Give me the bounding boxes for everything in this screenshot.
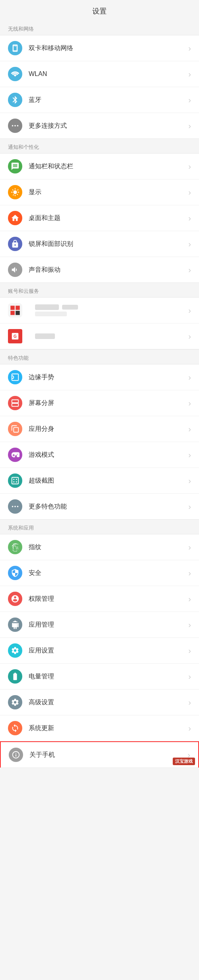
menu-item-game[interactable]: 游戏模式 bbox=[0, 442, 199, 468]
more-connect-icon-wrap bbox=[8, 119, 22, 133]
advanced-label: 高级设置 bbox=[29, 698, 188, 707]
appsetting-chevron bbox=[188, 646, 191, 655]
appmanage-label: 应用管理 bbox=[29, 621, 188, 629]
menu-item-bluetooth[interactable]: 蓝牙 bbox=[0, 87, 199, 113]
menu-item-sim[interactable]: 双卡和移动网络 bbox=[0, 35, 199, 61]
menu-item-fingerprint[interactable]: 指纹 bbox=[0, 534, 199, 560]
bt-icon-wrap bbox=[8, 93, 22, 107]
bluetooth-chevron bbox=[188, 95, 191, 105]
lock-icon-wrap bbox=[8, 237, 22, 251]
menu-list-account: G bbox=[0, 297, 199, 350]
advanced-chevron bbox=[188, 698, 191, 707]
svg-rect-13 bbox=[12, 374, 19, 381]
lock-chevron bbox=[188, 240, 191, 249]
menu-item-appsetting[interactable]: 应用设置 bbox=[0, 638, 199, 664]
display-icon bbox=[11, 188, 20, 197]
desktop-icon-wrap bbox=[8, 211, 22, 225]
svg-rect-7 bbox=[10, 306, 14, 310]
bluetooth-label: 蓝牙 bbox=[29, 96, 188, 104]
account1-chevron bbox=[188, 306, 191, 315]
appmanage-icon-wrap bbox=[8, 618, 22, 632]
menu-item-wlan[interactable]: WLAN bbox=[0, 61, 199, 87]
menu-item-desktop[interactable]: 桌面和主题 bbox=[0, 205, 199, 231]
appsetting-label: 应用设置 bbox=[29, 647, 188, 655]
update-label: 系统更新 bbox=[29, 724, 188, 733]
appsetting-icon-wrap bbox=[8, 643, 22, 658]
security-icon-wrap bbox=[8, 566, 22, 580]
sound-icon-wrap bbox=[8, 263, 22, 277]
split-chevron bbox=[188, 399, 191, 408]
notification-label: 通知栏和状态栏 bbox=[29, 162, 188, 171]
update-chevron bbox=[188, 724, 191, 733]
menu-item-lock[interactable]: 锁屏和面部识别 bbox=[0, 231, 199, 257]
game-label: 游戏模式 bbox=[29, 451, 188, 459]
security-icon bbox=[11, 569, 20, 577]
about-icon-wrap bbox=[9, 748, 23, 762]
battery-chevron bbox=[188, 672, 191, 681]
svg-rect-9 bbox=[10, 311, 14, 315]
menu-item-update[interactable]: 系统更新 bbox=[0, 715, 199, 741]
edge-chevron bbox=[188, 373, 191, 382]
account2-chevron bbox=[188, 332, 191, 341]
wifi-icon bbox=[11, 70, 20, 78]
menu-item-screenshot[interactable]: 超级截图 bbox=[0, 468, 199, 494]
menu-item-appmanage[interactable]: 应用管理 bbox=[0, 612, 199, 638]
more-connect-label: 更多连接方式 bbox=[29, 122, 188, 130]
battery-label: 电量管理 bbox=[29, 672, 188, 681]
menu-item-about[interactable]: 关于手机 汉宝游戏 bbox=[0, 741, 199, 768]
section-header-system: 系统和应用 bbox=[0, 520, 199, 534]
wlan-label: WLAN bbox=[29, 70, 188, 78]
section-account: 账号和云服务 bbox=[0, 283, 199, 350]
menu-item-security[interactable]: 安全 bbox=[0, 560, 199, 586]
svg-point-19 bbox=[14, 506, 16, 507]
edge-icon-wrap bbox=[8, 370, 22, 384]
permission-chevron bbox=[188, 594, 191, 604]
svg-text:G: G bbox=[14, 334, 17, 339]
advanced-icon bbox=[11, 698, 20, 707]
sound-label: 声音和振动 bbox=[29, 266, 188, 274]
appsetting-icon bbox=[11, 646, 20, 655]
bottom-spacer bbox=[0, 768, 199, 784]
advanced-icon-wrap bbox=[8, 695, 22, 709]
notification-icon bbox=[11, 162, 20, 171]
lock-label: 锁屏和面部识别 bbox=[29, 240, 188, 248]
split-icon bbox=[11, 399, 20, 407]
menu-item-notification[interactable]: 通知栏和状态栏 bbox=[0, 154, 199, 179]
menu-item-permission[interactable]: 权限管理 bbox=[0, 586, 199, 612]
more-feat-icon-wrap bbox=[8, 499, 22, 514]
split-icon-wrap bbox=[8, 396, 22, 410]
fingerprint-label: 指纹 bbox=[29, 543, 188, 551]
svg-point-20 bbox=[17, 506, 19, 507]
edge-icon bbox=[11, 373, 20, 382]
menu-item-more-connect[interactable]: 更多连接方式 bbox=[0, 113, 199, 138]
menu-item-edge[interactable]: 边缘手势 bbox=[0, 364, 199, 390]
menu-item-account1[interactable] bbox=[0, 298, 199, 323]
section-personalization: 通知和个性化 通知栏和状态栏 显示 bbox=[0, 139, 199, 283]
appmanage-chevron bbox=[188, 620, 191, 629]
svg-point-4 bbox=[12, 125, 14, 127]
svg-rect-16 bbox=[14, 427, 18, 432]
menu-item-more-feat[interactable]: 更多特色功能 bbox=[0, 494, 199, 519]
account2-avatar: G bbox=[8, 329, 22, 343]
svg-rect-10 bbox=[16, 311, 20, 315]
sim-label: 双卡和移动网络 bbox=[29, 44, 188, 53]
sound-icon bbox=[11, 265, 20, 274]
menu-list-features: 边缘手势 屏幕分屏 应用分身 bbox=[0, 364, 199, 520]
desktop-icon bbox=[11, 214, 20, 222]
menu-item-sound[interactable]: 声音和振动 bbox=[0, 257, 199, 283]
svg-rect-3 bbox=[16, 46, 17, 47]
menu-item-account2[interactable]: G bbox=[0, 323, 199, 349]
clone-icon-wrap bbox=[8, 422, 22, 436]
menu-item-advanced[interactable]: 高级设置 bbox=[0, 690, 199, 715]
menu-item-battery[interactable]: 电量管理 bbox=[0, 664, 199, 690]
watermark: 汉宝游戏 bbox=[173, 758, 195, 765]
mi-account-icon bbox=[10, 305, 21, 316]
menu-item-split[interactable]: 屏幕分屏 bbox=[0, 390, 199, 416]
menu-list-personalization: 通知栏和状态栏 显示 桌面和主题 bbox=[0, 153, 199, 283]
menu-list-network: 双卡和移动网络 WLAN 蓝牙 bbox=[0, 35, 199, 139]
update-icon-wrap bbox=[8, 721, 22, 735]
sound-chevron bbox=[188, 265, 191, 275]
menu-item-display[interactable]: 显示 bbox=[0, 179, 199, 205]
menu-item-clone[interactable]: 应用分身 bbox=[0, 416, 199, 442]
clone-label: 应用分身 bbox=[29, 425, 188, 433]
